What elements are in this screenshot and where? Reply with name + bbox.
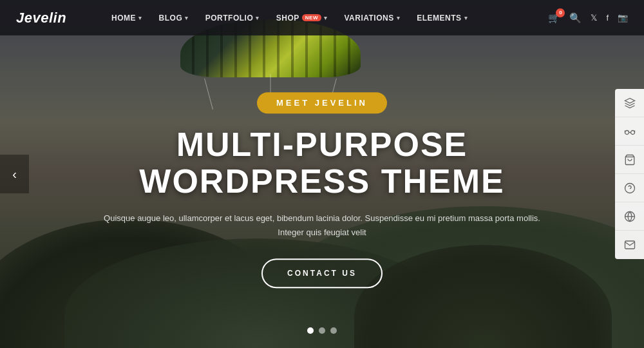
chevron-left-icon: ‹ (12, 167, 17, 182)
hero-subtitle: Quisque augue leo, ullamcorper et lacus … (97, 212, 547, 240)
facebook-icon[interactable]: f (606, 13, 609, 23)
chevron-down-icon: ▾ (138, 15, 142, 21)
sidebar-right (615, 89, 644, 259)
hero-content: MEET JEVELIN MULTI-PURPOSE WORDPRESS THE… (97, 92, 547, 288)
slider-dots (307, 327, 337, 334)
cart-badge: 0 (556, 8, 565, 17)
nav-item-variations[interactable]: Variations ▾ (337, 10, 406, 26)
glasses-icon[interactable] (615, 117, 644, 146)
layers-icon[interactable] (615, 89, 644, 117)
svg-marker-0 (625, 98, 634, 103)
mail-icon[interactable] (615, 231, 644, 259)
chevron-down-icon: ▾ (185, 15, 189, 21)
shopping-bag-icon[interactable] (615, 146, 644, 174)
chevron-down-icon: ▾ (397, 15, 401, 21)
hero-section: Jevelin Home ▾ Blog ▾ Portfolio ▾ Shop N… (0, 0, 644, 348)
svg-point-1 (625, 130, 629, 134)
nav-item-portfolio[interactable]: Portfolio ▾ (199, 10, 266, 26)
prev-slide-button[interactable]: ‹ (0, 155, 29, 193)
chevron-down-icon: ▾ (324, 15, 328, 21)
twitter-icon[interactable]: 𝕏 (591, 13, 597, 23)
chevron-down-icon: ▾ (464, 15, 468, 21)
nav-item-home[interactable]: Home ▾ (105, 10, 149, 26)
globe-icon[interactable] (615, 202, 644, 231)
cart-icon[interactable]: 🛒 0 (548, 12, 560, 24)
search-icon[interactable]: 🔍 (569, 12, 582, 24)
navbar: Jevelin Home ▾ Blog ▾ Portfolio ▾ Shop N… (0, 0, 644, 35)
slider-dot-3[interactable] (330, 327, 337, 334)
hero-title: MULTI-PURPOSE WORDPRESS THEME (97, 126, 547, 200)
svg-point-7 (625, 183, 634, 193)
nav-item-blog[interactable]: Blog ▾ (153, 10, 195, 26)
slider-dot-2[interactable] (319, 327, 325, 334)
nav-item-elements[interactable]: Elements ▾ (410, 10, 474, 26)
help-icon[interactable] (615, 174, 644, 202)
chevron-down-icon: ▾ (256, 15, 260, 21)
instagram-icon[interactable]: 📷 (618, 13, 628, 23)
nav-icons: 🛒 0 🔍 𝕏 f 📷 (548, 12, 628, 24)
contact-us-button[interactable]: CONTACT US (261, 258, 383, 288)
slider-dot-1[interactable] (307, 327, 314, 334)
nav-item-shop[interactable]: Shop NEW ▾ (270, 10, 334, 26)
brand-logo[interactable]: Jevelin (16, 10, 66, 26)
svg-point-2 (630, 130, 634, 134)
nav-menu: Home ▾ Blog ▾ Portfolio ▾ Shop NEW ▾ Var… (105, 10, 548, 26)
hero-badge: MEET JEVELIN (257, 92, 387, 113)
